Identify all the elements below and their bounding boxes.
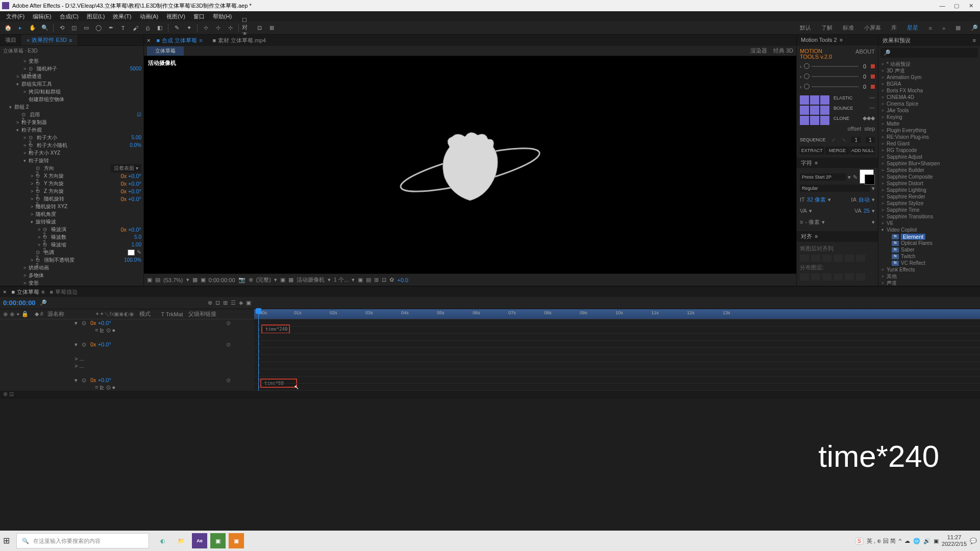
vf-icon8[interactable]: ▤: [366, 277, 371, 283]
clone-tool-icon[interactable]: ⎙: [142, 23, 153, 33]
text-tool-icon[interactable]: T: [118, 23, 128, 33]
ws-chevron-icon[interactable]: »: [942, 25, 945, 31]
seq-a[interactable]: [851, 137, 861, 143]
seq-icon2[interactable]: ⟍: [841, 137, 847, 143]
fx-item[interactable]: >其他: [878, 273, 980, 280]
prop-row[interactable]: >烘焙动画: [0, 264, 143, 271]
dist2-icon[interactable]: [811, 273, 820, 281]
fx-item[interactable]: >RE:Vision Plug-ins: [878, 134, 980, 140]
prop-row[interactable]: >⊙ 2.噪波缩1.00: [0, 241, 143, 248]
vf-zoom[interactable]: (53.7%): [163, 277, 183, 283]
prop-row[interactable]: ▾群组实用工具: [0, 80, 143, 88]
timecode[interactable]: 0:00:00:00: [3, 299, 36, 307]
fx-item[interactable]: fxVC Reflect: [878, 260, 980, 266]
tab-effect-controls[interactable]: × 效果控件 E3D ≡: [21, 35, 77, 45]
stroke-unit[interactable]: - 像素: [805, 218, 820, 226]
fx-tree[interactable]: >* 动画预设>3D 声道>Animation Gym>BGRA>Boris F…: [878, 60, 980, 286]
col-source[interactable]: 源名称: [47, 310, 64, 318]
col-trkmat[interactable]: T TrkMat: [161, 311, 183, 317]
prop-row[interactable]: >辅助通道: [0, 72, 143, 80]
ws-learn[interactable]: 了解: [821, 24, 832, 32]
seq-b[interactable]: [866, 137, 875, 143]
tl-ruler[interactable]: :00s01s02s03s04s05s06s07s08s09s10s11s12s…: [254, 309, 980, 319]
menu-comp[interactable]: 合成(C): [56, 13, 83, 20]
vf-icon6[interactable]: ▦: [288, 277, 293, 283]
fx-item[interactable]: >Sapphire Render: [878, 193, 980, 200]
search-icon[interactable]: 🔎: [971, 24, 978, 31]
prop-row[interactable]: ⊙ 2.色调✎: [0, 248, 143, 256]
tl-layers[interactable]: ▾⊙0x +0.0°⊘= ⊵ ⊙ ●▾⊙0x +0.0°⊘> ...> ...▾…: [0, 319, 254, 391]
menu-layer[interactable]: 图层(L): [83, 13, 109, 20]
ime-status[interactable]: 英 , ⊕ 回 简: [867, 537, 896, 545]
align-right-icon[interactable]: [822, 255, 831, 262]
close-button[interactable]: ✕: [964, 1, 978, 11]
prop-row[interactable]: >⊙ 2.噪波演0x +0.0°: [0, 226, 143, 233]
tl-layer-row[interactable]: ▾⊙0x +0.0°⊘: [0, 377, 254, 384]
comp-tab-active[interactable]: ■ 合成 立体草莓 ≡: [152, 36, 206, 45]
seq-icon1[interactable]: ⟋: [830, 137, 836, 143]
tray-up-icon[interactable]: ^: [899, 538, 901, 544]
ws-grid-icon[interactable]: ▦: [955, 24, 961, 31]
tb-ae-icon[interactable]: Ae: [192, 533, 207, 548]
prop-row[interactable]: >变形: [0, 57, 143, 65]
fx-item[interactable]: >BGRA: [878, 81, 980, 87]
fx-item[interactable]: >Plugin Everything: [878, 127, 980, 134]
tl-layer-row[interactable]: > ...: [0, 362, 254, 369]
prop-row[interactable]: >拷贝/粘贴群组: [0, 88, 143, 95]
mt-del1[interactable]: [871, 64, 875, 68]
prop-row[interactable]: >⊙ 2.粒子大小5.00: [0, 134, 143, 141]
fx-item[interactable]: ▾Video Copilot: [878, 227, 980, 233]
vf-icon[interactable]: ▣: [147, 277, 152, 283]
comp-breadcrumb[interactable]: 立体草莓: [147, 46, 184, 56]
mt-arrow-l3-icon[interactable]: ‹: [800, 84, 802, 90]
fx-item[interactable]: >Animation Gym: [878, 74, 980, 81]
menu-effect[interactable]: 效果(T): [109, 13, 135, 20]
ws-default[interactable]: 默认: [800, 24, 811, 32]
fx-item[interactable]: >Cinema Spice: [878, 101, 980, 107]
dist5-icon[interactable]: [845, 273, 854, 281]
prop-row[interactable]: >随机旋转 XYZ: [0, 203, 143, 210]
ws-star[interactable]: 星星: [907, 24, 918, 32]
eyedropper-icon[interactable]: ✎: [853, 174, 857, 181]
orbit-tool-icon[interactable]: ⟲: [57, 23, 67, 33]
tray-misc-icon[interactable]: ▣: [934, 538, 939, 544]
mt-arrow-l2-icon[interactable]: ‹: [800, 73, 802, 80]
prop-row[interactable]: 创建群组空物体: [0, 95, 143, 103]
snap-icon[interactable]: ⊡: [254, 23, 264, 33]
viewer[interactable]: 活动摄像机: [144, 56, 796, 273]
start-button[interactable]: ⊞: [3, 536, 13, 546]
fx-item[interactable]: >3D 声道: [878, 67, 980, 74]
mt-del2[interactable]: [871, 74, 875, 79]
vf-channel-icon[interactable]: ⊕: [249, 277, 253, 283]
fx-item[interactable]: fxElement: [878, 233, 980, 240]
prop-row[interactable]: ▾群组 2: [0, 103, 143, 111]
fx-item[interactable]: >Sapphire Blur+Sharpen: [878, 160, 980, 167]
fx-item[interactable]: >Sapphire Composite: [878, 173, 980, 180]
fx-item[interactable]: >Sapphire Adjust: [878, 154, 980, 160]
dist1-icon[interactable]: [800, 273, 809, 281]
ime-badge[interactable]: S: [855, 537, 864, 545]
mt-knob1[interactable]: [804, 63, 810, 69]
fx-item[interactable]: >Matte: [878, 120, 980, 127]
taskbar-search[interactable]: 🔍 在这里输入你要搜索的内容: [16, 533, 149, 548]
menu-edit[interactable]: 编辑(E): [29, 13, 56, 20]
prop-row[interactable]: >变形: [0, 279, 143, 286]
tl-icon3[interactable]: ⊞: [223, 299, 228, 306]
vf-icon2[interactable]: ▤: [155, 277, 160, 283]
tl-close-icon[interactable]: ×: [3, 289, 6, 295]
fx-item[interactable]: fxTwitch: [878, 253, 980, 260]
fx-item[interactable]: fxOptical Flares: [878, 240, 980, 246]
align-bottom-icon[interactable]: [856, 255, 865, 262]
dist4-icon[interactable]: [834, 273, 843, 281]
align-vcenter-icon[interactable]: [845, 255, 854, 262]
tl-icon4[interactable]: ☲: [231, 299, 236, 306]
vf-icon9[interactable]: ⊞: [374, 277, 379, 283]
selection-tool-icon[interactable]: ▸: [15, 23, 26, 33]
prop-tree[interactable]: >变形>⊙ 1.随机种子5000>辅助通道▾群组实用工具>拷贝/粘贴群组创建群组…: [0, 56, 143, 286]
tl-icon1[interactable]: ⊕: [208, 299, 212, 306]
align-left-icon[interactable]: [800, 255, 809, 262]
prop-row[interactable]: >粒子大小 XYZ: [0, 149, 143, 157]
fx-item[interactable]: >Sapphire Stylize: [878, 200, 980, 207]
tray-notif-icon[interactable]: 💬: [970, 538, 977, 544]
fx-item[interactable]: >Sapphire Distort: [878, 180, 980, 187]
